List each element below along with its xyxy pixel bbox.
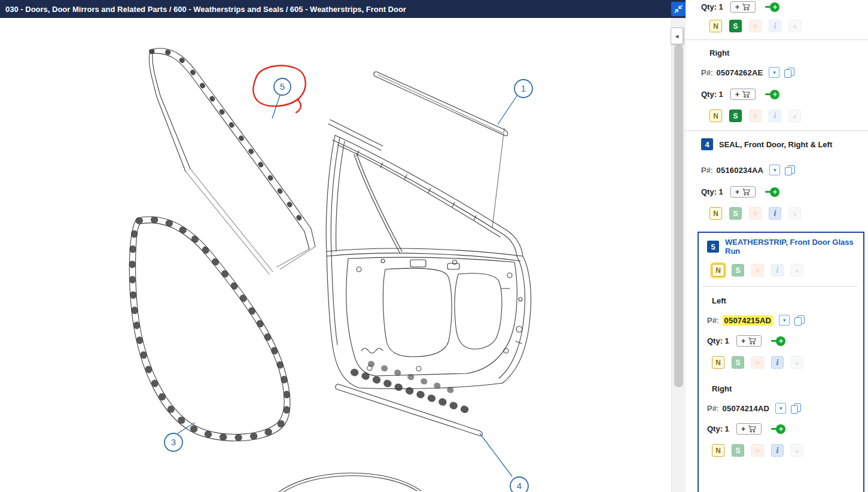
copy-icon[interactable] — [785, 165, 795, 175]
part-action-icons: N S ≡ i ▲ — [699, 264, 863, 277]
quick-add-plus-icon: + — [776, 424, 785, 434]
quick-add-button[interactable]: + — [771, 336, 785, 346]
quick-add-button[interactable]: + — [771, 424, 785, 434]
copy-icon[interactable] — [784, 68, 794, 78]
note-icon[interactable]: N — [709, 110, 722, 122]
add-to-cart-button[interactable]: + — [730, 89, 756, 100]
stock-icon[interactable]: S — [729, 207, 742, 220]
history-icon[interactable]: ≡ — [749, 110, 762, 122]
history-icon[interactable]: ≡ — [749, 207, 762, 220]
image-icon[interactable]: ▲ — [788, 110, 801, 122]
plus-icon: + — [735, 188, 740, 196]
note-icon[interactable]: N — [712, 356, 724, 369]
part-item-4: 4 SEAL, Front Door, Right & Left P#: 051… — [686, 138, 868, 220]
weatherstrip-glass-run-art — [149, 48, 315, 274]
stock-icon[interactable]: S — [729, 20, 742, 32]
history-icon[interactable]: ≡ — [749, 20, 762, 32]
note-icon[interactable]: N — [712, 264, 724, 277]
part-number: 05074262AE — [717, 68, 763, 77]
info-icon[interactable]: i — [769, 110, 781, 122]
image-icon[interactable]: ▲ — [791, 264, 803, 277]
qty-label: Qty: 1 — [701, 187, 723, 196]
cart-icon — [742, 3, 751, 11]
copy-icon[interactable] — [794, 315, 805, 326]
parts-catalog-app: 030 - Doors, Door Mirrors and Related Pa… — [0, 0, 868, 492]
cart-icon — [742, 90, 751, 98]
qty-row: Qty: 1 + + — [686, 1, 868, 13]
scrollbar-thumb[interactable] — [674, 45, 683, 387]
part-number: 05160234AA — [717, 166, 764, 175]
info-icon[interactable]: i — [771, 444, 784, 457]
qty-label: Qty: 1 — [707, 424, 729, 433]
part-action-icons: N S ≡ i ▲ — [686, 110, 868, 122]
add-to-cart-button[interactable]: + — [730, 1, 756, 13]
compress-arrows-icon — [673, 4, 684, 14]
pn-label: P#: — [701, 166, 713, 175]
image-icon[interactable]: ▲ — [791, 444, 803, 457]
part-action-icons: N S ≡ i ▲ — [686, 207, 868, 220]
part-item-5-selected: 5 WEATHERSTRIP, Front Door Glass Run N S… — [698, 232, 864, 492]
note-icon[interactable]: N — [709, 207, 722, 220]
diagram-line-art — [129, 48, 531, 492]
bottom-seal-arc-art — [279, 473, 421, 492]
history-icon[interactable]: ≡ — [751, 264, 764, 277]
qty-row: Qty: 1 + + — [699, 335, 863, 347]
image-icon[interactable]: ▲ — [788, 207, 801, 220]
callout-leaders — [178, 95, 517, 476]
stock-icon[interactable]: S — [732, 356, 744, 369]
item-title[interactable]: SEAL, Front Door, Right & Left — [719, 140, 832, 149]
add-to-cart-button[interactable]: + — [730, 186, 756, 198]
part-number-highlighted: 05074215AD — [723, 315, 773, 326]
item-header: 4 SEAL, Front Door, Right & Left — [686, 138, 868, 150]
callout-3[interactable]: 3 — [165, 433, 182, 451]
quick-add-plus-icon: + — [776, 336, 785, 346]
image-icon[interactable]: ▲ — [788, 20, 801, 32]
copy-icon[interactable] — [791, 403, 801, 414]
callout-1[interactable]: 1 — [514, 80, 532, 98]
info-icon[interactable]: i — [769, 20, 781, 32]
quick-add-plus-icon: + — [770, 90, 779, 99]
history-icon[interactable]: ≡ — [751, 444, 764, 457]
dropdown-button[interactable]: ▾ — [775, 403, 786, 414]
cart-icon — [742, 188, 751, 196]
history-icon[interactable]: ≡ — [751, 356, 764, 369]
chevron-down-icon: ▾ — [783, 317, 786, 323]
quick-add-button[interactable]: + — [765, 2, 779, 12]
fit-to-screen-button[interactable] — [671, 2, 686, 16]
add-to-cart-button[interactable]: + — [736, 423, 762, 435]
image-icon[interactable]: ▲ — [791, 356, 803, 369]
sill-strip-art — [336, 364, 483, 436]
info-icon[interactable]: i — [771, 356, 784, 369]
quick-add-button[interactable]: + — [765, 90, 779, 99]
pn-label: P#: — [707, 316, 719, 325]
qty-label: Qty: 1 — [707, 336, 729, 345]
svg-text:3: 3 — [171, 437, 176, 447]
side-label-right: Right — [712, 384, 732, 393]
cart-icon — [748, 337, 757, 345]
dropdown-button[interactable]: ▾ — [769, 165, 780, 175]
stock-icon[interactable]: S — [729, 110, 742, 122]
part-action-icons: N S ≡ i ▲ — [699, 356, 863, 369]
stock-icon[interactable]: S — [732, 444, 744, 457]
info-icon[interactable]: i — [771, 264, 784, 277]
part-action-icons: N S ≡ i ▲ — [686, 20, 868, 32]
item-number-badge: 5 — [707, 241, 719, 253]
note-icon[interactable]: N — [709, 20, 722, 32]
breadcrumb: 030 - Doors, Door Mirrors and Related Pa… — [0, 5, 406, 14]
vertical-scrollbar[interactable] — [671, 18, 686, 492]
item-title[interactable]: WEATHERSTRIP, Front Door Glass Run — [725, 238, 857, 256]
stock-icon[interactable]: S — [732, 264, 744, 277]
part-item-top-partial: Qty: 1 + + N S ≡ i ▲ — [686, 1, 868, 131]
callout-4[interactable]: 4 — [510, 477, 528, 492]
collapse-panel-button[interactable]: ◄ — [671, 28, 683, 44]
dropdown-button[interactable]: ▾ — [779, 315, 790, 326]
quick-add-button[interactable]: + — [765, 187, 779, 197]
part-action-icons: N S ≡ i ▲ — [699, 444, 863, 457]
note-icon[interactable]: N — [712, 444, 724, 457]
callout-5[interactable]: 5 — [274, 78, 291, 95]
info-icon[interactable]: i — [769, 207, 781, 220]
dropdown-button[interactable]: ▾ — [769, 67, 779, 78]
cart-icon — [748, 425, 757, 433]
add-to-cart-button[interactable]: + — [736, 335, 762, 347]
quick-add-plus-icon: + — [770, 2, 779, 12]
